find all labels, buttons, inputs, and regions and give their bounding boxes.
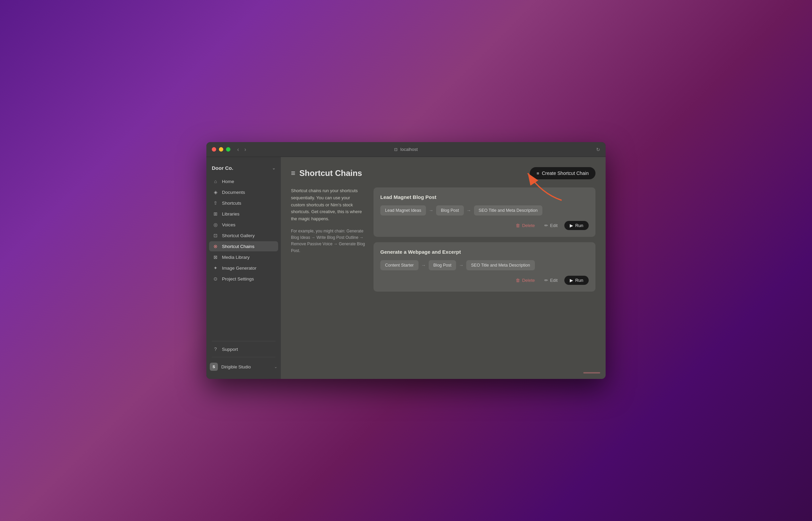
- sidebar-label-home: Home: [222, 179, 234, 184]
- sidebar-item-shortcut-chains[interactable]: ⊗ Shortcut Chains: [209, 241, 278, 251]
- content-layout: Shortcut chains run your shortcuts seque…: [291, 187, 595, 292]
- sidebar-item-support[interactable]: ? Support: [209, 344, 278, 354]
- title-bar: ‹ › ⊡ localhost ↻: [206, 142, 606, 157]
- sidebar: Door Co. ⌄ ⌂ Home ◈ Documents ⇧ Shortcut…: [206, 157, 281, 379]
- sidebar-label-support: Support: [222, 347, 238, 352]
- shortcut-chains-icon: ⊗: [212, 244, 219, 249]
- chain-2-edit-button[interactable]: ✏ Edit: [542, 276, 560, 285]
- edit-icon-2: ✏: [544, 278, 548, 283]
- run-icon-2: ▶: [570, 278, 573, 283]
- description-example-text: For example, you might chain: Generate B…: [291, 228, 365, 254]
- maximize-button[interactable]: [226, 147, 230, 152]
- chain-1-step-3: SEO Title and Meta Description: [474, 205, 542, 216]
- sidebar-item-home[interactable]: ⌂ Home: [209, 176, 278, 186]
- sidebar-label-voices: Voices: [222, 222, 235, 227]
- sidebar-item-shortcuts[interactable]: ⇧ Shortcuts: [209, 198, 278, 208]
- app-body: Door Co. ⌄ ⌂ Home ◈ Documents ⇧ Shortcut…: [206, 157, 606, 379]
- run-icon: ▶: [570, 223, 573, 228]
- sidebar-divider-2: [212, 357, 275, 357]
- home-icon: ⌂: [212, 179, 219, 184]
- chain-card-1-actions: 🗑 Delete ✏ Edit ▶ Run: [380, 221, 589, 230]
- sidebar-label-image-generator: Image Generator: [222, 266, 256, 271]
- documents-icon: ◈: [212, 189, 219, 195]
- chain-1-arrow-1: →: [429, 208, 433, 213]
- chain-card-1-title: Lead Magnet Blog Post: [380, 194, 589, 200]
- chain-2-run-button[interactable]: ▶ Run: [564, 276, 589, 285]
- create-button-label: Create Shortcut Chain: [542, 171, 589, 176]
- traffic-lights: [212, 147, 230, 152]
- monitor-icon: ⊡: [394, 147, 398, 152]
- sidebar-label-shortcuts: Shortcuts: [222, 201, 241, 206]
- sidebar-arrow: [206, 240, 212, 252]
- create-shortcut-chain-button[interactable]: ≡ Create Shortcut Chain: [530, 167, 595, 179]
- cards-panel: Lead Magnet Blog Post Lead Magnet Ideas …: [374, 187, 595, 292]
- sidebar-item-shortcut-gallery[interactable]: ⊡ Shortcut Gallery: [209, 230, 278, 241]
- sidebar-divider: [212, 341, 275, 341]
- create-button-icon: ≡: [537, 171, 539, 176]
- sidebar-item-documents[interactable]: ◈ Documents: [209, 187, 278, 197]
- close-button[interactable]: [212, 147, 216, 152]
- brand-header[interactable]: Door Co. ⌄: [206, 162, 281, 176]
- user-chevron-icon: ⌄: [274, 364, 277, 369]
- chain-1-edit-button[interactable]: ✏ Edit: [542, 221, 560, 230]
- sidebar-item-project-settings[interactable]: ⊙ Project Settings: [209, 274, 278, 284]
- sidebar-item-image-generator[interactable]: ✦ Image Generator: [209, 263, 278, 273]
- chain-card-1-steps: Lead Magnet Ideas → Blog Post → SEO Titl…: [380, 205, 589, 216]
- user-name: Dirigible Studio: [221, 364, 271, 369]
- chain-1-delete-label: Delete: [522, 223, 535, 228]
- sidebar-item-libraries[interactable]: ⊞ Libraries: [209, 209, 278, 219]
- sidebar-nav: ⌂ Home ◈ Documents ⇧ Shortcuts ⊞ Librari…: [206, 176, 281, 284]
- media-library-icon: ⊠: [212, 254, 219, 260]
- user-row[interactable]: S Dirigible Studio ⌄: [206, 360, 281, 373]
- chain-1-run-button[interactable]: ▶ Run: [564, 221, 589, 230]
- voices-icon: ◎: [212, 222, 219, 227]
- libraries-icon: ⊞: [212, 211, 219, 217]
- chain-2-run-label: Run: [575, 278, 583, 283]
- chain-2-step-2: Blog Post: [429, 260, 456, 270]
- sidebar-label-media-library: Media Library: [222, 255, 250, 260]
- sidebar-label-libraries: Libraries: [222, 211, 240, 217]
- shortcuts-icon: ⇧: [212, 200, 219, 206]
- chain-card-2: Generate a Webpage and Excerpt Content S…: [374, 242, 595, 292]
- trash-icon: 🗑: [516, 223, 520, 228]
- chain-2-delete-label: Delete: [522, 278, 535, 283]
- forward-button[interactable]: ›: [243, 146, 247, 153]
- project-settings-icon: ⊙: [212, 276, 219, 281]
- page-title: Shortcut Chains: [299, 168, 362, 178]
- sidebar-label-project-settings: Project Settings: [222, 276, 254, 281]
- brand-chevron-icon: ⌄: [272, 166, 275, 171]
- brand-name: Door Co.: [212, 165, 233, 171]
- nav-buttons: ‹ ›: [236, 146, 248, 153]
- chain-2-arrow-1: →: [421, 263, 426, 268]
- page-header: ≡ Shortcut Chains ≡ Create Shortcut Chai…: [291, 167, 595, 179]
- chain-1-edit-label: Edit: [550, 223, 558, 228]
- page-title-row: ≡ Shortcut Chains: [291, 168, 362, 178]
- chain-1-step-1: Lead Magnet Ideas: [380, 205, 426, 216]
- minimize-button[interactable]: [219, 147, 223, 152]
- chain-1-arrow-2: →: [467, 208, 471, 213]
- back-button[interactable]: ‹: [236, 146, 240, 153]
- chain-1-step-2: Blog Post: [436, 205, 464, 216]
- app-window: ‹ › ⊡ localhost ↻ Door Co. ⌄ ⌂ Home ◈: [206, 142, 606, 379]
- main-content: ≡ Shortcut Chains ≡ Create Shortcut Chai…: [281, 157, 606, 379]
- chain-card-2-title: Generate a Webpage and Excerpt: [380, 249, 589, 255]
- chain-2-step-1: Content Starter: [380, 260, 419, 270]
- edit-icon: ✏: [544, 223, 548, 228]
- chain-2-arrow-2: →: [459, 263, 464, 268]
- sidebar-label-shortcut-gallery: Shortcut Gallery: [222, 233, 255, 238]
- chain-2-edit-label: Edit: [550, 278, 558, 283]
- shortcut-chains-page-icon: ≡: [291, 169, 295, 178]
- reload-button[interactable]: ↻: [596, 147, 600, 152]
- chain-card-2-actions: 🗑 Delete ✏ Edit ▶ Run: [380, 276, 589, 285]
- shortcut-gallery-icon: ⊡: [212, 233, 219, 238]
- sidebar-item-media-library[interactable]: ⊠ Media Library: [209, 252, 278, 262]
- chain-1-delete-button[interactable]: 🗑 Delete: [513, 221, 538, 230]
- support-icon: ?: [212, 346, 219, 352]
- chain-card-2-steps: Content Starter → Blog Post → SEO Title …: [380, 260, 589, 270]
- chain-2-step-3: SEO Title and Meta Description: [466, 260, 535, 270]
- url-text: localhost: [400, 147, 418, 152]
- url-bar: ⊡ localhost: [394, 147, 418, 152]
- description-main-text: Shortcut chains run your shortcuts seque…: [291, 187, 365, 223]
- chain-2-delete-button[interactable]: 🗑 Delete: [513, 276, 538, 285]
- sidebar-item-voices[interactable]: ◎ Voices: [209, 220, 278, 230]
